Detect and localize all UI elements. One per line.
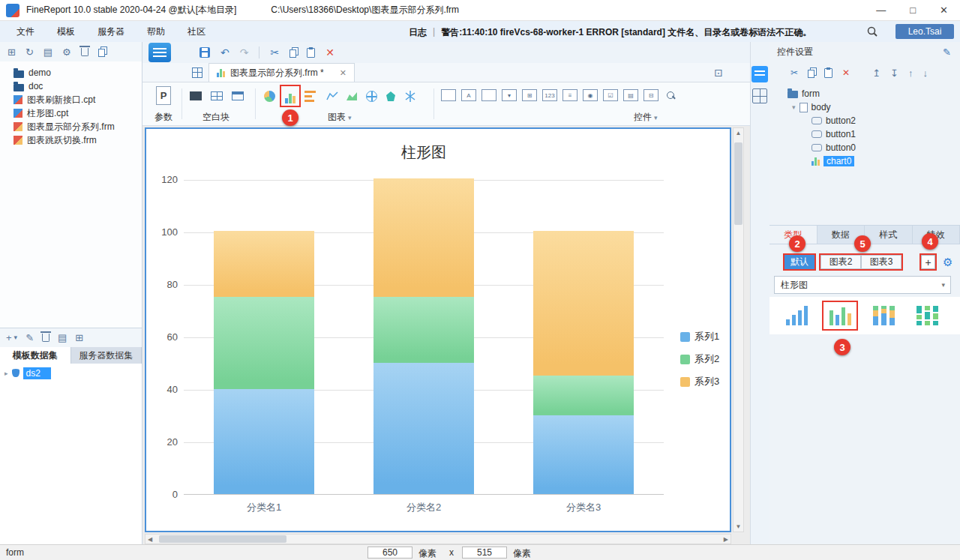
menu-item-2[interactable]: 服务器 bbox=[98, 25, 124, 38]
preview-dataset-icon[interactable]: ▤ bbox=[58, 333, 67, 343]
component-library-pane-icon[interactable] bbox=[752, 88, 767, 103]
absolute-block-icon[interactable] bbox=[208, 88, 225, 103]
checkbox-group-icon[interactable]: ☑ bbox=[603, 89, 618, 101]
chart-settings-gear-icon[interactable]: ⚙ bbox=[943, 256, 952, 269]
expand-icon[interactable]: ▸ bbox=[4, 370, 8, 377]
redo-icon[interactable]: ↷ bbox=[240, 47, 249, 58]
textfield-icon[interactable] bbox=[441, 89, 456, 101]
add-chart-button[interactable]: + bbox=[920, 253, 937, 271]
paste-icon[interactable] bbox=[824, 68, 832, 78]
component-tree-item-body[interactable]: ▾body bbox=[770, 100, 960, 114]
chart-widget[interactable]: 柱形图 系列1系列2系列3 020406080100120分类名1分类名2分类名… bbox=[146, 129, 730, 531]
parameter-pane-button[interactable]: P bbox=[156, 86, 171, 105]
chart-tab-default[interactable]: 默认 bbox=[783, 253, 816, 271]
stacked-column-chart-type-icon[interactable] bbox=[866, 301, 902, 331]
file-tree-item[interactable]: 图表显示部分系列.frm bbox=[0, 120, 142, 133]
line-chart-icon[interactable] bbox=[324, 88, 340, 103]
pie-chart-icon[interactable] bbox=[261, 88, 278, 103]
duplicate-template-icon[interactable] bbox=[98, 49, 105, 57]
log-label[interactable]: 日志 bbox=[409, 26, 427, 39]
column-chart-icon[interactable] bbox=[280, 85, 301, 107]
edit-dataset-icon[interactable]: ✎ bbox=[26, 333, 34, 343]
legend-item[interactable]: 系列3 bbox=[680, 375, 719, 388]
menu-item-3[interactable]: 帮助 bbox=[147, 25, 165, 38]
scroll-right-icon[interactable]: ▶ bbox=[724, 536, 728, 543]
chart-tab-2[interactable]: 图表2 bbox=[820, 255, 861, 269]
scroll-left-icon[interactable]: ◀ bbox=[148, 536, 152, 543]
delete-dataset-icon[interactable] bbox=[42, 334, 50, 342]
move-down-icon[interactable]: ↓ bbox=[922, 67, 928, 79]
copy-icon[interactable] bbox=[290, 49, 296, 58]
combobox-icon[interactable]: ▾ bbox=[502, 89, 517, 101]
combo-grid-icon[interactable]: ⊞ bbox=[522, 89, 537, 101]
move-bottom-icon[interactable]: ↧ bbox=[890, 67, 898, 79]
menu-item-0[interactable]: 文件 bbox=[16, 25, 34, 38]
file-tree-item[interactable]: 图表跳跃切换.frm bbox=[0, 133, 142, 147]
menu-item-1[interactable]: 模板 bbox=[57, 25, 75, 38]
cut-icon[interactable]: ✂ bbox=[270, 47, 279, 58]
template-web-settings-icon[interactable] bbox=[148, 43, 171, 62]
delete-template-icon[interactable] bbox=[81, 48, 88, 56]
gis-chart-icon[interactable] bbox=[382, 88, 399, 103]
add-dataset-dropdown-icon[interactable]: ▾ bbox=[14, 334, 18, 341]
tab-server-dataset[interactable]: 服务器数据集 bbox=[71, 347, 142, 364]
tab-block-icon[interactable] bbox=[230, 88, 246, 103]
close-tab-icon[interactable]: ✕ bbox=[340, 68, 346, 78]
legend-item[interactable]: 系列2 bbox=[680, 352, 719, 366]
component-tree-item-button1[interactable]: button1 bbox=[770, 127, 960, 141]
chart-tab-3[interactable]: 图表3 bbox=[861, 255, 902, 269]
map-chart-icon[interactable] bbox=[363, 88, 380, 103]
percent-stacked-column-chart-type-icon[interactable] bbox=[909, 301, 945, 331]
user-account-button[interactable]: Leo.Tsai bbox=[896, 24, 954, 39]
template-list-icon[interactable] bbox=[192, 67, 202, 78]
delete-icon[interactable]: ✕ bbox=[326, 47, 334, 58]
move-up-icon[interactable]: ↑ bbox=[908, 67, 914, 79]
move-top-icon[interactable]: ↥ bbox=[872, 67, 880, 79]
component-tree-item-button0[interactable]: button0 bbox=[770, 141, 960, 154]
view-icon[interactable]: ▤ bbox=[44, 47, 52, 57]
menu-item-4[interactable]: 社区 bbox=[188, 25, 206, 38]
form-canvas[interactable]: 柱形图 系列1系列2系列3 020406080100120分类名1分类名2分类名… bbox=[145, 127, 731, 532]
number-field-icon[interactable]: 123 bbox=[542, 89, 557, 101]
new-template-icon[interactable]: ⊞ bbox=[8, 47, 16, 57]
close-button[interactable]: ✕ bbox=[940, 4, 948, 16]
canvas-height-input[interactable]: 515 bbox=[462, 547, 507, 559]
scroll-up-icon[interactable]: ▲ bbox=[736, 130, 742, 136]
cut-icon[interactable]: ✂ bbox=[790, 68, 798, 77]
textarea-icon[interactable]: ≡ bbox=[562, 89, 578, 101]
save-icon[interactable] bbox=[200, 47, 210, 58]
button-icon[interactable] bbox=[482, 89, 496, 101]
log-status[interactable]: 日志 | 警告:11:40:10 fireVcs-68-worker-1 ERR… bbox=[409, 26, 812, 39]
scroll-down-icon[interactable]: ▼ bbox=[736, 523, 742, 530]
area-chart-icon[interactable] bbox=[344, 88, 360, 103]
widget-settings-pane-icon[interactable] bbox=[752, 66, 768, 82]
file-tree-item[interactable]: doc bbox=[0, 79, 142, 93]
settings-icon[interactable]: ⚙ bbox=[62, 47, 71, 57]
component-tree-item-chart0[interactable]: chart0 bbox=[770, 154, 960, 168]
component-tree-item-button2[interactable]: button2 bbox=[770, 114, 960, 127]
legend-item[interactable]: 系列1 bbox=[680, 330, 719, 343]
horizontal-scroll-thumb[interactable] bbox=[159, 535, 286, 543]
chart-type-select[interactable]: 柱形图 ▾ bbox=[774, 276, 951, 294]
custom-column-chart-type-icon[interactable] bbox=[822, 301, 858, 331]
search-icon[interactable] bbox=[866, 25, 878, 37]
file-tree-item[interactable]: demo bbox=[0, 66, 142, 79]
column-chart-type-icon[interactable] bbox=[778, 301, 814, 331]
canvas-width-input[interactable]: 650 bbox=[368, 547, 412, 559]
document-tab[interactable]: 图表显示部分系列.frm * ✕ bbox=[208, 63, 355, 82]
file-tree-item[interactable]: 图表刷新接口.cpt bbox=[0, 93, 142, 106]
dataset-item-ds2[interactable]: ▸ ds2 bbox=[0, 367, 142, 380]
query-button-icon[interactable] bbox=[664, 89, 679, 101]
connection-icon[interactable]: ⊞ bbox=[75, 333, 83, 343]
undo-icon[interactable]: ↶ bbox=[220, 47, 230, 58]
collapse-icon[interactable]: ▾ bbox=[792, 103, 796, 111]
edit-icon[interactable]: ✎ bbox=[943, 46, 951, 58]
delete-icon[interactable]: ✕ bbox=[842, 68, 850, 77]
tab-template-dataset[interactable]: 模板数据集 bbox=[0, 347, 71, 364]
copy-icon[interactable] bbox=[808, 70, 814, 78]
minimize-button[interactable]: — bbox=[876, 4, 886, 16]
list-view-icon[interactable]: ▤ bbox=[623, 89, 638, 101]
paste-icon[interactable] bbox=[307, 48, 315, 58]
fit-layout-icon[interactable]: ⊡ bbox=[714, 67, 723, 79]
component-tree-item-form[interactable]: form bbox=[770, 87, 960, 100]
